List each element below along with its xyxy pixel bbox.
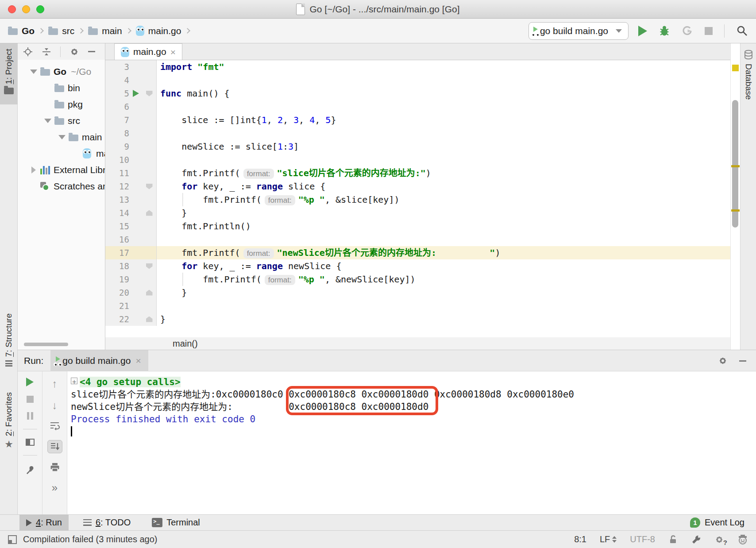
hide-console-button[interactable] bbox=[739, 360, 746, 362]
rerun-button[interactable] bbox=[26, 378, 34, 386]
code-line[interactable]: 22} bbox=[105, 313, 730, 326]
fold-close-icon[interactable] bbox=[143, 313, 156, 326]
code-line[interactable]: 10 bbox=[105, 153, 730, 166]
console-output[interactable]: <4 go setup calls>slice切片各个元素的内存地址为:0xc0… bbox=[67, 371, 756, 514]
warning-stripe-mark[interactable] bbox=[731, 209, 740, 212]
code-line[interactable]: 16 bbox=[105, 233, 730, 246]
unlock-icon[interactable] bbox=[668, 535, 678, 544]
caret-position[interactable]: 8:1 bbox=[574, 534, 586, 544]
debug-button[interactable] bbox=[659, 25, 670, 37]
file-encoding[interactable]: UTF-8 bbox=[630, 534, 655, 544]
gutter-spacer bbox=[129, 273, 143, 286]
expand-icon[interactable] bbox=[71, 378, 77, 384]
tool-window-tab-favorites[interactable]: 2: Favorites bbox=[0, 392, 18, 450]
next-occurrence-button[interactable] bbox=[52, 399, 58, 412]
scroll-to-end-button[interactable] bbox=[47, 440, 62, 453]
code-line[interactable]: 19 fmt.Printf(format:"%p ", &newSlice[ke… bbox=[105, 273, 730, 286]
tree-item[interactable]: Scratches and Consoles bbox=[18, 178, 105, 194]
wrench-icon[interactable] bbox=[691, 535, 701, 544]
project-settings-button[interactable] bbox=[69, 47, 79, 57]
tree-item[interactable]: main.go bbox=[18, 145, 105, 162]
close-window-button[interactable] bbox=[8, 5, 16, 13]
code-line[interactable]: 15 fmt.Println() bbox=[105, 220, 730, 233]
code-line[interactable]: 3import "fmt" bbox=[105, 60, 730, 73]
fold-open-icon[interactable] bbox=[143, 87, 156, 100]
code-line[interactable]: 7 slice := []int{1, 2, 3, 4, 5} bbox=[105, 113, 730, 127]
code-line[interactable]: 9 newSlice := slice[1:3] bbox=[105, 140, 730, 153]
code-line[interactable]: 11 fmt.Printf(format:"slice切片各个元素的内存地址为:… bbox=[105, 166, 730, 180]
chevron-right-icon[interactable] bbox=[30, 166, 37, 174]
code-line[interactable]: 13 fmt.Printf(format:"%p ", &slice[key]) bbox=[105, 193, 730, 206]
close-tab-icon[interactable] bbox=[170, 47, 176, 57]
stop-process-button[interactable] bbox=[27, 396, 34, 403]
breadcrumb-item[interactable]: src bbox=[48, 26, 74, 36]
line-separator-widget[interactable]: LF bbox=[600, 534, 617, 544]
code-line[interactable]: 12 for key, _ := range slice { bbox=[105, 180, 730, 193]
gear-question-icon[interactable] bbox=[714, 535, 724, 544]
editor-scrollbar[interactable] bbox=[732, 100, 738, 228]
code-line[interactable]: 20 } bbox=[105, 286, 730, 299]
status-message[interactable]: Compilation failed (3 minutes ago) bbox=[23, 534, 158, 544]
tool-window-tab-database[interactable]: Database bbox=[741, 50, 756, 100]
tree-item[interactable]: External Libraries bbox=[18, 162, 105, 178]
tool-window-tab-structure[interactable]: 7: Structure bbox=[0, 313, 18, 367]
hector-inspector-icon[interactable] bbox=[737, 534, 748, 545]
warning-stripe-mark[interactable] bbox=[731, 165, 740, 167]
fold-close-icon[interactable] bbox=[143, 286, 156, 299]
hide-panel-button[interactable] bbox=[88, 51, 95, 52]
code-line[interactable]: 6 bbox=[105, 100, 730, 113]
code-line[interactable]: 21 bbox=[105, 299, 730, 313]
more-actions-button[interactable] bbox=[52, 482, 58, 494]
pause-output-button[interactable] bbox=[27, 412, 33, 420]
soft-wrap-button[interactable] bbox=[50, 421, 60, 431]
code-line[interactable]: 4 bbox=[105, 73, 730, 87]
close-console-icon[interactable] bbox=[135, 356, 141, 365]
run-configuration-select[interactable]: go build main.go bbox=[528, 22, 629, 40]
locate-file-button[interactable] bbox=[23, 47, 33, 57]
editor-tab-main-go[interactable]: main.go bbox=[114, 43, 182, 60]
restore-layout-button[interactable] bbox=[26, 439, 35, 446]
code-line[interactable]: 18 for key, _ := range newSlice { bbox=[105, 259, 730, 273]
breadcrumb-item[interactable]: Go bbox=[8, 26, 35, 36]
code-line[interactable]: 14 } bbox=[105, 206, 730, 220]
tree-item[interactable]: Go~/Go bbox=[18, 63, 105, 80]
horizontal-scrollbar[interactable] bbox=[24, 343, 68, 346]
zoom-window-button[interactable] bbox=[36, 5, 44, 13]
collapse-all-button[interactable] bbox=[42, 47, 51, 57]
breadcrumb-main-func[interactable]: main() bbox=[173, 339, 198, 349]
toggle-toolwindows-icon[interactable] bbox=[8, 535, 17, 544]
search-everywhere-button[interactable] bbox=[736, 25, 748, 37]
fold-open-icon[interactable] bbox=[143, 259, 156, 273]
chevron-down-icon[interactable] bbox=[44, 119, 51, 123]
tree-item[interactable]: src bbox=[18, 112, 105, 129]
breadcrumb-item[interactable]: main.go bbox=[136, 26, 181, 36]
console-settings-button[interactable] bbox=[718, 356, 728, 366]
run-line-icon[interactable] bbox=[129, 87, 143, 100]
fold-open-icon[interactable] bbox=[143, 180, 156, 193]
tool-window-tab-terminal[interactable]: Terminal bbox=[145, 515, 207, 531]
chevron-down-icon[interactable] bbox=[30, 69, 37, 74]
code-line[interactable]: 5func main() { bbox=[105, 87, 730, 100]
tree-item[interactable]: pkg bbox=[18, 96, 105, 112]
tool-window-tab-project[interactable]: 1: Project bbox=[0, 43, 18, 104]
chevron-down-icon[interactable] bbox=[58, 135, 66, 139]
prev-occurrence-button[interactable] bbox=[52, 378, 58, 390]
tool-window-tab-run[interactable]: 4: Run bbox=[19, 515, 69, 531]
run-button[interactable] bbox=[638, 26, 647, 36]
minimize-window-button[interactable] bbox=[22, 5, 30, 13]
tree-item[interactable]: main bbox=[18, 129, 105, 145]
tool-window-tab-todo[interactable]: 6: TODO bbox=[77, 515, 137, 531]
code-line[interactable]: 8 bbox=[105, 127, 730, 140]
event-log-button[interactable]: 1 Event Log bbox=[690, 517, 744, 528]
tree-item[interactable]: bin bbox=[18, 80, 105, 96]
inspection-status-indicator[interactable] bbox=[732, 65, 739, 71]
pin-tab-button[interactable] bbox=[25, 465, 35, 475]
stop-button[interactable] bbox=[705, 27, 713, 35]
breadcrumb-item[interactable]: main bbox=[88, 26, 122, 36]
coverage-button[interactable] bbox=[682, 25, 693, 37]
print-button[interactable] bbox=[50, 463, 60, 472]
run-console-tab[interactable]: go build main.go bbox=[50, 350, 148, 371]
code-area[interactable]: 3import "fmt"45func main() {67 slice := … bbox=[105, 60, 730, 337]
code-line[interactable]: 17 fmt.Printf(format:"newSlice切片各个元素的内存地… bbox=[105, 246, 730, 259]
fold-close-icon[interactable] bbox=[143, 206, 156, 220]
